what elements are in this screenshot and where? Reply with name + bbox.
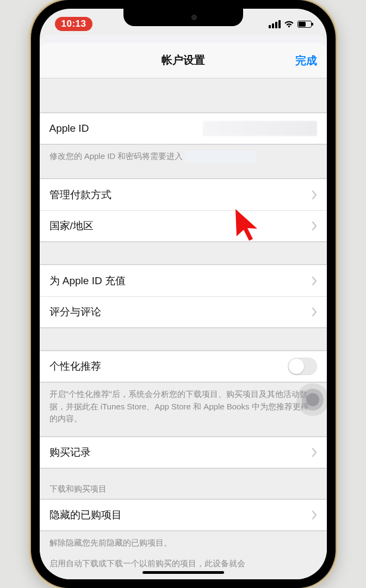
personalized-footer: 开启"个性化推荐"后，系统会分析您的下载项目、购买项目及其他活动数据，并据此在 … bbox=[40, 383, 327, 425]
sheet-title: 帐户设置 bbox=[162, 53, 205, 68]
hidden-purchases-group: 隐藏的已购项目 bbox=[40, 499, 327, 531]
notch bbox=[123, 9, 243, 26]
wifi-icon bbox=[284, 20, 294, 28]
apple-id-row[interactable]: Apple ID bbox=[40, 113, 327, 144]
screen: 10:13 帐户设置 完成 Apple ID bbox=[40, 9, 327, 579]
done-button[interactable]: 完成 bbox=[295, 53, 317, 68]
front-camera-icon bbox=[191, 15, 197, 20]
chevron-right-icon bbox=[312, 277, 317, 285]
hidden-purchases-label: 隐藏的已购项目 bbox=[49, 508, 122, 522]
sheet-content[interactable]: Apple ID 修改您的 Apple ID 和密码将需要进入 管理付款方式 国… bbox=[40, 78, 327, 579]
account-settings-sheet: 帐户设置 完成 Apple ID 修改您的 Apple ID 和密码将需要进入 bbox=[40, 42, 327, 579]
personalized-recommendations-label: 个性化推荐 bbox=[49, 359, 101, 373]
purchase-history-row[interactable]: 购买记录 bbox=[40, 437, 327, 468]
country-region-row[interactable]: 国家/地区 bbox=[40, 210, 327, 242]
hidden-purchases-row[interactable]: 隐藏的已购项目 bbox=[40, 499, 327, 531]
apple-id-value-redacted bbox=[203, 121, 317, 136]
home-indicator[interactable] bbox=[142, 571, 224, 574]
sheet-header: 帐户设置 完成 bbox=[40, 42, 327, 78]
chevron-right-icon bbox=[312, 191, 317, 199]
personalized-recommendations-toggle[interactable] bbox=[288, 358, 317, 375]
add-funds-row[interactable]: 为 Apple ID 充值 bbox=[40, 265, 327, 296]
ratings-reviews-row[interactable]: 评分与评论 bbox=[40, 296, 327, 328]
phone-frame: 10:13 帐户设置 完成 Apple ID bbox=[31, 0, 336, 588]
purchase-history-group: 购买记录 bbox=[40, 436, 327, 469]
payment-region-group: 管理付款方式 国家/地区 bbox=[40, 178, 327, 242]
battery-icon bbox=[297, 21, 312, 28]
country-region-label: 国家/地区 bbox=[49, 219, 94, 233]
chevron-right-icon bbox=[312, 448, 317, 457]
manage-payment-label: 管理付款方式 bbox=[49, 188, 111, 202]
downloads-section-header: 下载和购买项目 bbox=[40, 469, 327, 499]
topup-ratings-group: 为 Apple ID 充值 评分与评论 bbox=[40, 264, 327, 328]
cellular-signal-icon bbox=[269, 20, 281, 28]
ratings-reviews-label: 评分与评论 bbox=[49, 305, 101, 319]
manage-payment-row[interactable]: 管理付款方式 bbox=[40, 179, 327, 210]
apple-id-label: Apple ID bbox=[49, 122, 89, 134]
personalized-recommendations-row: 个性化推荐 bbox=[40, 351, 327, 382]
chevron-right-icon bbox=[312, 222, 317, 230]
apple-id-footer: 修改您的 Apple ID 和密码将需要进入 bbox=[40, 145, 327, 163]
status-time-pill[interactable]: 10:13 bbox=[55, 17, 93, 31]
chevron-right-icon bbox=[312, 511, 317, 519]
auto-download-footer: 启用自动下载或下载一个以前购买的项目，此设备就会 bbox=[40, 549, 327, 570]
apple-id-group: Apple ID bbox=[40, 112, 327, 145]
chevron-right-icon bbox=[312, 308, 317, 316]
apple-id-footer-redacted bbox=[185, 151, 256, 163]
personalized-group: 个性化推荐 bbox=[40, 350, 327, 383]
hidden-purchases-footer: 解除隐藏您先前隐藏的已购项目。 bbox=[40, 531, 327, 549]
add-funds-label: 为 Apple ID 充值 bbox=[49, 274, 126, 288]
purchase-history-label: 购买记录 bbox=[49, 445, 91, 460]
assistive-touch-button[interactable] bbox=[296, 383, 327, 416]
